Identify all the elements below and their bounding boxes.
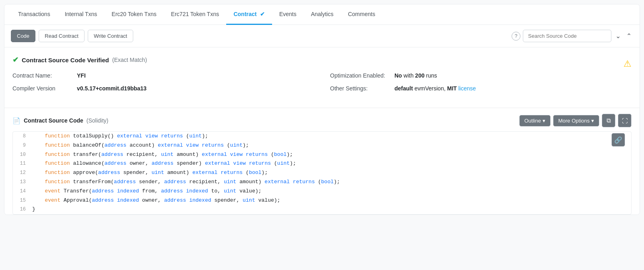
contract-info-grid: Contract Name: YFI Optimization Enabled:… bbox=[12, 72, 632, 92]
tab-contract[interactable]: Contract ✔ bbox=[226, 4, 272, 25]
outline-button[interactable]: Outline ▾ bbox=[519, 115, 551, 127]
optimization-value: No with 200 runs bbox=[394, 72, 437, 79]
exact-match-text: (Exact Match) bbox=[112, 57, 147, 63]
copy-button[interactable]: ⧉ bbox=[602, 114, 615, 127]
table-row: 10 function transfer(address recipient, … bbox=[13, 150, 631, 160]
line-code: } bbox=[32, 205, 35, 214]
contract-name-label: Contract Name: bbox=[12, 72, 77, 79]
line-number: 15 bbox=[13, 197, 32, 205]
expand-button[interactable]: ⛶ bbox=[618, 114, 632, 127]
tab-analytics[interactable]: Analytics bbox=[303, 4, 341, 25]
tab-bar: Transactions Internal Txns Erc20 Token T… bbox=[4, 4, 640, 25]
compiler-value: v0.5.17+commit.d19bba13 bbox=[77, 85, 147, 92]
line-code: function approve(address spender, uint a… bbox=[32, 169, 268, 177]
tab-erc20[interactable]: Erc20 Token Txns bbox=[104, 4, 164, 25]
optimization-row: Optimization Enabled: No with 200 runs bbox=[330, 72, 632, 79]
line-number: 14 bbox=[13, 188, 32, 195]
table-row: 9 function balanceOf(address account) ex… bbox=[13, 141, 631, 150]
line-code: event Approval(address indexed owner, ad… bbox=[32, 196, 280, 205]
other-settings-row: Other Settings: default evmVersion, MIT … bbox=[330, 85, 632, 92]
compiler-row: Compiler Version v0.5.17+commit.d19bba13 bbox=[12, 85, 314, 92]
optimization-label: Optimization Enabled: bbox=[330, 72, 394, 79]
source-title-text: Contract Source Code bbox=[24, 117, 83, 124]
link-button[interactable]: 🔗 bbox=[611, 133, 625, 147]
line-code: function allowance(address owner, addres… bbox=[32, 160, 296, 168]
contract-info-section: ✔ Contract Source Code Verified (Exact M… bbox=[4, 47, 640, 104]
tab-transactions[interactable]: Transactions bbox=[11, 4, 58, 25]
chevron-up-button[interactable]: ⌃ bbox=[625, 31, 633, 41]
subtab-code[interactable]: Code bbox=[11, 30, 35, 42]
source-header: 📄 Contract Source Code (Solidity) Outlin… bbox=[12, 114, 632, 127]
line-code: function totalSupply() external view ret… bbox=[32, 132, 208, 141]
file-icon: 📄 bbox=[12, 117, 21, 125]
other-settings-label: Other Settings: bbox=[330, 85, 394, 92]
outline-chevron-icon: ▾ bbox=[543, 118, 545, 124]
verified-check-icon: ✔ bbox=[12, 55, 19, 64]
solidity-label: (Solidity) bbox=[87, 117, 108, 124]
tab-erc721[interactable]: Erc721 Token Txns bbox=[164, 4, 226, 25]
line-code: function balanceOf(address account) exte… bbox=[32, 141, 249, 150]
line-code: function transfer(address recipient, uin… bbox=[32, 151, 293, 159]
line-number: 12 bbox=[13, 169, 32, 177]
tab-events[interactable]: Events bbox=[272, 4, 304, 25]
verified-header: ✔ Contract Source Code Verified (Exact M… bbox=[12, 55, 147, 64]
table-row: 16} bbox=[13, 205, 631, 214]
search-area: ? ⌄ ⌃ bbox=[512, 30, 633, 42]
line-number: 8 bbox=[13, 133, 32, 140]
line-number: 11 bbox=[13, 160, 32, 168]
table-row: 15 event Approval(address indexed owner,… bbox=[13, 196, 631, 205]
more-options-button[interactable]: More Options ▾ bbox=[553, 115, 599, 127]
table-row: 14 event Transfer(address indexed from, … bbox=[13, 187, 631, 196]
table-row: 8 function totalSupply() external view r… bbox=[13, 132, 631, 141]
table-row: 13 function transferFrom(address sender,… bbox=[13, 178, 631, 187]
tab-internal-txns[interactable]: Internal Txns bbox=[58, 4, 105, 25]
code-container[interactable]: 8 function totalSupply() external view r… bbox=[12, 131, 632, 215]
line-code: event Transfer(address indexed from, add… bbox=[32, 187, 262, 196]
source-code-section: 📄 Contract Source Code (Solidity) Outlin… bbox=[4, 108, 640, 215]
line-number: 9 bbox=[13, 142, 32, 149]
line-code: function transferFrom(address sender, ad… bbox=[32, 178, 340, 186]
expand-icon: ⛶ bbox=[622, 117, 628, 124]
line-number: 13 bbox=[13, 178, 32, 186]
more-options-chevron-icon: ▾ bbox=[591, 118, 594, 124]
link-icon: 🔗 bbox=[614, 136, 622, 144]
contract-name-row: Contract Name: YFI bbox=[12, 72, 314, 79]
contract-name-value: YFI bbox=[77, 72, 86, 79]
tab-comments[interactable]: Comments bbox=[341, 4, 382, 25]
copy-icon: ⧉ bbox=[607, 117, 611, 124]
table-row: 12 function approve(address spender, uin… bbox=[13, 168, 631, 178]
line-number: 10 bbox=[13, 151, 32, 159]
warning-icon[interactable]: ⚠ bbox=[623, 59, 632, 69]
table-row: 11 function allowance(address owner, add… bbox=[13, 159, 631, 168]
subtab-read-contract[interactable]: Read Contract bbox=[39, 30, 85, 42]
code-lines: 8 function totalSupply() external view r… bbox=[13, 132, 631, 214]
search-input[interactable] bbox=[523, 30, 611, 42]
contract-verified-badge: ✔ bbox=[260, 11, 265, 17]
code-wrapper: 8 function totalSupply() external view r… bbox=[12, 131, 632, 215]
line-number: 16 bbox=[13, 206, 32, 213]
help-icon[interactable]: ? bbox=[512, 32, 520, 41]
other-settings-value: default evmVersion, MIT license bbox=[394, 85, 476, 92]
verified-text: Contract Source Code Verified bbox=[22, 57, 109, 63]
subtab-write-contract[interactable]: Write Contract bbox=[88, 30, 133, 42]
compiler-label: Compiler Version bbox=[12, 85, 77, 92]
chevron-down-button[interactable]: ⌄ bbox=[614, 31, 622, 41]
subtabs-bar: Code Read Contract Write Contract ? ⌄ ⌃ bbox=[4, 25, 640, 47]
source-toolbar: Outline ▾ More Options ▾ ⧉ ⛶ bbox=[519, 114, 632, 127]
mit-license-link[interactable]: license bbox=[457, 85, 476, 92]
source-title: 📄 Contract Source Code (Solidity) bbox=[12, 117, 108, 125]
